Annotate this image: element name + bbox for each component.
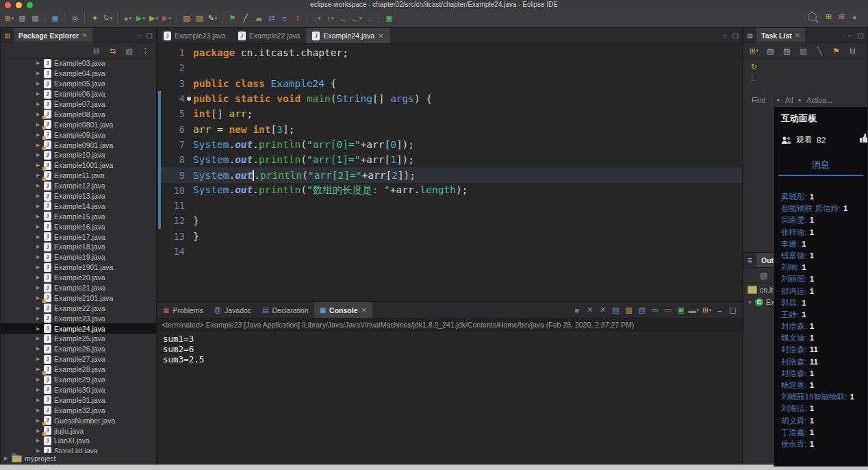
maximize-view-button[interactable]: ▢ [858,32,864,39]
remove-launch-icon[interactable]: ✕ [584,304,596,316]
close-icon[interactable]: ✕ [81,32,87,39]
switch-editor-icon[interactable]: ⇄ [266,12,277,24]
project-node-myproject[interactable]: ▶ myproject [1,454,156,463]
group-by-icon[interactable]: ⚑ [830,45,842,57]
dropdown-icon[interactable]: ▾ [709,308,712,313]
search-icon[interactable] [808,12,817,21]
filter-activated[interactable]: Activa... [806,96,832,104]
next-annotation-icon[interactable]: ↓▾ [311,12,323,24]
new-wizard-icon[interactable]: ⊞▾ [3,12,15,24]
console-tab-Problems[interactable]: ▦Problems [157,302,209,318]
chevron-right-icon[interactable]: ▶ [36,418,41,423]
maximize-view-icon[interactable]: ▢ [727,304,739,316]
hide-completed-icon[interactable]: ╲ [814,45,826,57]
editor-tab-Example22.java[interactable]: JExample22.java [232,28,307,43]
chevron-right-icon[interactable]: ▶ [36,60,41,66]
chevron-right-icon[interactable]: ▶ [36,224,41,230]
dropdown-icon[interactable]: ▾ [331,16,334,21]
tree-item-GuessNumber.java[interactable]: ▶JGuessNumber.java [1,415,156,425]
close-icon[interactable]: ✕ [795,32,800,39]
chevron-right-icon[interactable]: ▶ [36,367,41,372]
open-perspective-icon[interactable]: ▣ [383,12,395,24]
tab-task-list[interactable]: Task List ✕ [756,28,805,42]
chevron-right-icon[interactable]: ▶ [36,101,41,107]
chevron-right-icon[interactable]: ▶ [36,183,41,188]
code-line-8[interactable]: 8 System.out.println("arr[1]="+arr[1]); [157,152,742,167]
maximize-view-button[interactable]: ▢ [146,32,153,39]
tree-item-Example32.java[interactable]: ▶JExample32.java [1,405,156,415]
chevron-right-icon[interactable]: ▶ [36,244,41,249]
tab-package-explorer[interactable]: Package Explorer ✕ [14,28,92,42]
scheduled-view-icon[interactable]: ▤ [781,45,793,57]
tree-item-Example1001.java[interactable]: ▶JExample1001.java [1,160,156,171]
chevron-right-icon[interactable]: ▶ [36,214,41,219]
dropdown-icon[interactable]: ▾ [697,308,700,313]
tree-item-Example28.java[interactable]: ▶JExample28.java [1,364,156,375]
dropdown-icon[interactable]: ▾ [359,16,362,21]
chevron-right-icon[interactable]: ▶ [36,448,41,453]
dropdown-icon[interactable]: ▾ [155,16,158,21]
tree-item-Example0801.java[interactable]: ▶JExample0801.java [1,119,156,129]
word-wrap-icon[interactable]: ▤ [636,304,648,316]
tree-item-Example19.java[interactable]: ▶JExample19.java [1,252,156,262]
minimize-view-button[interactable]: – [723,32,727,39]
profile-icon[interactable]: ▶▾ [161,12,173,24]
chevron-right-icon[interactable]: ▶ [36,254,41,260]
tree-item-Example18.java[interactable]: ▶JExample18.java [1,242,156,252]
tree-item-Example29.java[interactable]: ▶JExample29.java [1,375,156,385]
chevron-down-icon[interactable]: ▼ [748,300,752,305]
chevron-right-icon[interactable]: ▶ [36,81,41,86]
code-line-5[interactable]: 5 int[] arr; [157,106,742,121]
save-icon[interactable]: ▦ [16,12,28,24]
chevron-right-icon[interactable]: ▶ [36,387,41,393]
code-line-3[interactable]: 3public class Example24 { [157,76,742,91]
chevron-right-icon[interactable]: ▶ [36,306,41,311]
tree-item-Example10.java[interactable]: ▶JExample10.java [1,150,156,160]
chevron-right-icon[interactable]: ▶ [36,336,41,341]
type-hierarchy-icon[interactable]: T [292,12,303,24]
search-icon[interactable]: ◎ [69,12,81,24]
console-tab-Declaration[interactable]: ▤Declaration [257,302,314,318]
pin-console-icon[interactable]: ▣ [675,304,687,316]
run-icon[interactable]: ▶▾ [135,12,146,24]
chevron-right-icon[interactable]: ▶ [36,377,41,382]
scroll-lock-icon[interactable]: ▭ [649,304,661,316]
console-tab-Console[interactable]: ▣Console✕ [314,302,372,318]
collapse-all-icon[interactable]: ⊟ [90,45,102,57]
tree-item-Example31.java[interactable]: ▶JExample31.java [1,395,156,405]
dropdown-icon[interactable]: ▾ [142,16,145,21]
tree-item-Example14.java[interactable]: ▶JExample14.java [1,201,156,211]
tree-item-Example12.java[interactable]: ▶JExample12.java [1,181,156,191]
chevron-right-icon[interactable]: ▶ [36,397,41,403]
show-console-when-output-icon[interactable]: ▤ [610,304,622,316]
remove-all-launches-icon[interactable]: ✕ [597,304,609,316]
dropdown-icon[interactable]: ▾ [12,16,14,21]
highlight-icon[interactable]: ╱ [240,12,251,24]
code-line-11[interactable]: 11 [157,198,742,213]
tree-item-Example24.java[interactable]: ▶JExample24.java [1,323,156,334]
chevron-right-icon[interactable]: ▶ [36,122,41,127]
save-all-icon[interactable]: ▩ [29,12,41,24]
chevron-right-icon[interactable]: ▶ [36,71,41,76]
tree-item-Example20.java[interactable]: ▶JExample20.java [1,273,156,283]
tree-item-Example17.java[interactable]: ▶JExample17.java [1,232,156,242]
open-console-icon[interactable]: ⊞▾ [701,304,713,316]
forward-history-icon[interactable]: → [363,12,375,24]
dropdown-icon[interactable]: ▾ [318,16,321,21]
tree-item-Example21.java[interactable]: ▶JExample21.java [1,283,156,293]
tree-item-Example15.java[interactable]: ▶JExample15.java [1,211,156,221]
code-editor[interactable]: 1package cn.itcast.chapter;23public clas… [157,43,742,301]
tree-item-Example16.java[interactable]: ▶JExample16.java [1,221,156,232]
editor-tab-Example24.java[interactable]: JExample24.java✕ [306,28,390,43]
coverage-scope-icon[interactable]: ●▾ [122,12,133,24]
breakpoint-icon[interactable] [187,97,191,101]
chevron-right-icon[interactable]: ▶ [36,91,41,97]
code-line-9[interactable]: 9 System.out.println("arr[2]="+arr[2]); [157,167,742,182]
dropdown-icon[interactable]: ▾ [215,16,218,21]
chevron-right-icon[interactable]: ▶ [36,234,41,240]
chevron-right-icon[interactable]: ▶ [36,295,41,301]
tree-item-Example25.java[interactable]: ▶JExample25.java [1,334,156,344]
previous-annotation-icon[interactable]: ↑▾ [324,12,336,24]
dropdown-icon[interactable]: ▾ [168,16,171,21]
chevron-right-icon[interactable]: ▶ [36,285,41,290]
